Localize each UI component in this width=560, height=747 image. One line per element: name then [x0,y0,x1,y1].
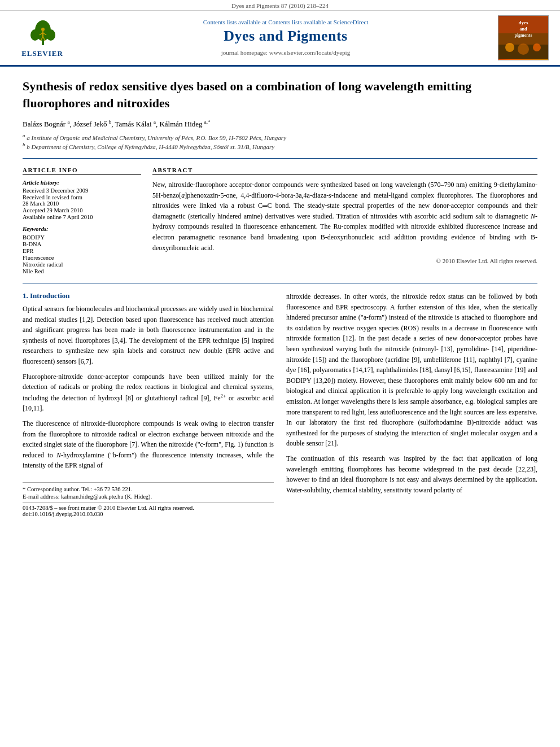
connector-and: and [528,366,537,374]
svg-text:and: and [520,27,527,32]
issn-doi-line: 0143-7208/$ – see front matter © 2010 El… [23,502,274,517]
abstract-header: ABSTRACT [152,167,537,175]
journal-title: Dyes and Pigments [73,28,498,45]
article-content: Synthesis of redox sensitive dyes based … [0,67,560,528]
abstract-text: New, nitroxide-fluorophore acceptor-dono… [152,180,537,253]
keywords-label: Keywords: [23,226,141,232]
keyword-epr: EPR [23,248,141,254]
keyword-bdna: B-DNA [23,241,141,247]
journal-header: ELSEVIER Contents lists available at Con… [0,11,560,67]
keyword-fluorescence: Fluorescence [23,255,141,261]
received-date: Received 3 December 2009 [23,187,141,194]
cover-image-svg: dyes and pigments [498,16,548,59]
email-footnote: E-mail address: kalman.hideg@aok.pte.hu … [23,493,274,500]
copyright-notice: © 2010 Elsevier Ltd. All rights reserved… [152,257,537,264]
svg-point-18 [505,43,514,52]
article-info-abstract-cols: ARTICLE INFO Article history: Received 3… [23,167,537,275]
affiliation-b: b b Department of Chemistry, College of … [23,142,537,150]
affiliation-a: a a Institute of Organic and Medicinal C… [23,133,537,141]
body-col-left: 1. Introduction Optical sensors for biom… [23,291,274,517]
elsevier-brand-text: ELSEVIER [21,49,63,58]
article-info-header: ARTICLE INFO [23,167,141,175]
journal-homepage: journal homepage: www.elsevier.com/locat… [73,48,498,57]
elsevier-tree-icon [27,18,58,49]
right-para-2: The continuation of this research was in… [286,453,537,495]
svg-text:pigments: pigments [514,33,532,38]
svg-point-19 [518,43,529,55]
doi-text: doi:10.1016/j.dyepig.2010.03.030 [23,511,274,517]
right-para-1: nitroxide decreases. In other words, the… [286,291,537,449]
svg-point-5 [41,28,45,31]
online-date: Available online 7 April 2010 [23,214,141,220]
accepted-date: Accepted 29 March 2010 [23,207,141,213]
journal-cover-image: dyes and pigments [498,15,549,60]
section-number: 1. [23,291,28,300]
journal-citation-bar: Dyes and Pigments 87 (2010) 218–224 [0,0,560,11]
intro-para-1: Optical sensors for biomolecules and bio… [23,304,274,367]
publisher-logo-area: ELSEVIER [11,18,73,58]
revised-date: Received in revised form28 March 2010 [23,194,141,207]
intro-para-3: The fluorescence of nitroxide-fluorophor… [23,418,274,471]
footnote-area: * Corresponding author. Tel.: +36 72 536… [23,482,274,517]
body-columns: 1. Introduction Optical sensors for biom… [23,291,537,517]
authors-line: Balázs Bognár a, József Jekő b, Tamás Ká… [23,119,537,129]
history-label: Article history: [23,180,141,186]
section-name: Introduction [30,291,70,300]
svg-point-3 [30,29,40,41]
issn-text: 0143-7208/$ – see front matter © 2010 El… [23,505,274,511]
article-history: Article history: Received 3 December 200… [23,180,141,220]
intro-para-2: Fluorophore-nitroxide donor-acceptor com… [23,372,274,414]
introduction-heading: 1. Introduction [23,291,274,300]
article-title: Synthesis of redox sensitive dyes based … [23,78,537,111]
article-info-col: ARTICLE INFO Article history: Received 3… [23,167,141,275]
keywords-section: Keywords: BODIPY B-DNA EPR Fluorescence … [23,226,141,274]
journal-title-area: Contents lists available at Contents lis… [73,19,498,57]
svg-text:dyes: dyes [518,20,528,25]
abstract-col: ABSTRACT New, nitroxide-fluorophore acce… [152,167,537,275]
svg-point-4 [46,29,55,41]
keyword-nilered: Nile Red [23,268,141,274]
keyword-nitroxide: Nitroxide radical [23,261,141,268]
keyword-bodipy: BODIPY [23,234,141,241]
corresponding-footnote: * Corresponding author. Tel.: +36 72 536… [23,486,274,492]
svg-point-20 [533,43,541,51]
header-divider [23,158,537,159]
sciencedirect-link[interactable]: Contents lists available at Contents lis… [73,19,498,25]
body-col-right: nitroxide decreases. In other words, the… [286,291,537,517]
abstract-body-divider [23,283,537,283]
journal-citation: Dyes and Pigments 87 (2010) 218–224 [231,2,329,9]
